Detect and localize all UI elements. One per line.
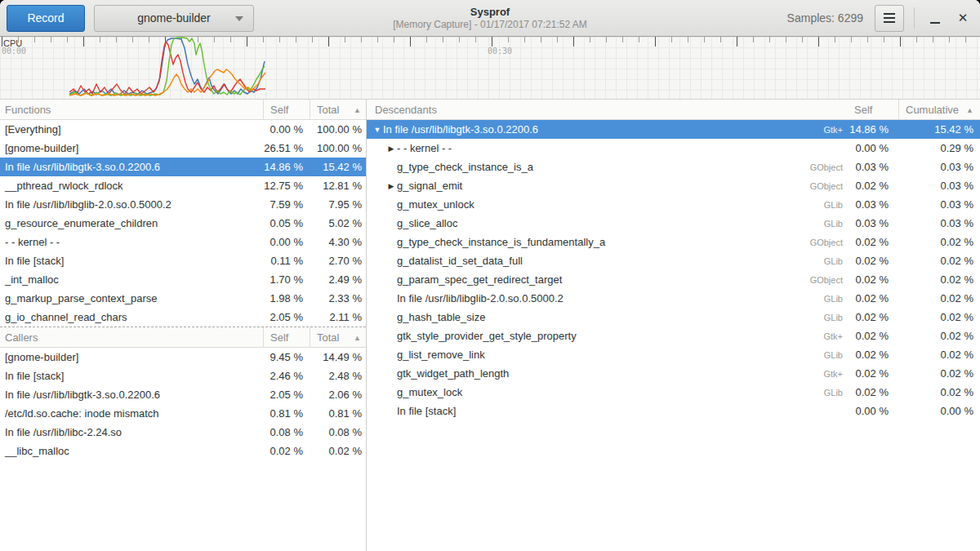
descendant-name: g_datalist_id_set_data_full: [397, 255, 523, 267]
function-row[interactable]: _int_malloc1.70 %2.49 %: [0, 270, 366, 289]
descendant-row[interactable]: ▶g_signal_emitGObject0.02 %0.03 %: [367, 176, 980, 195]
total-percent: 14.49 %: [310, 351, 366, 363]
descendants-table: Descendants Self Cumulative ▲ ▼In file /…: [367, 100, 980, 420]
descendants-column-header[interactable]: Descendants: [367, 100, 849, 120]
descendant-row[interactable]: ▶- - kernel - -0.00 %0.29 %: [367, 139, 980, 158]
function-row[interactable]: - - kernel - -0.00 %4.30 %: [0, 233, 366, 251]
self-percent: 0.02 %: [849, 367, 898, 380]
self-percent: 0.81 %: [263, 407, 310, 420]
cumulative-column-label: Cumulative: [906, 104, 959, 116]
descendant-row[interactable]: In file [stack]0.00 %0.00 %: [367, 402, 980, 420]
function-row[interactable]: g_markup_parse_context_parse1.98 %2.33 %: [0, 289, 366, 308]
minimize-button[interactable]: [924, 5, 946, 32]
header-separator: [914, 7, 915, 29]
descendant-name: - - kernel - -: [397, 142, 452, 154]
descendant-row[interactable]: g_hash_table_sizeGLib0.02 %0.02 %: [367, 308, 980, 327]
total-percent: 0.81 %: [310, 407, 366, 420]
self-percent: 0.02 %: [849, 292, 898, 304]
caller-row[interactable]: [gnome-builder]9.45 %14.49 %: [0, 348, 366, 367]
caller-row[interactable]: In file /usr/lib/libgtk-3.so.0.2200.62.0…: [0, 385, 366, 404]
library-tag: Gtk+: [823, 369, 849, 379]
function-row[interactable]: [gnome-builder]26.51 %100.00 %: [0, 139, 366, 158]
record-button[interactable]: Record: [7, 5, 85, 32]
function-row[interactable]: __pthread_rwlock_rdlock12.75 %12.81 %: [0, 176, 366, 195]
library-tag: GLib: [824, 219, 849, 229]
descendants-self-column-header[interactable]: Self: [849, 100, 898, 120]
cumulative-percent: 0.02 %: [898, 255, 980, 267]
library-tag: GObject: [810, 181, 849, 191]
callers-column-header[interactable]: Callers: [0, 327, 263, 348]
descendants-cumulative-column-header[interactable]: Cumulative ▲: [898, 100, 980, 120]
close-button[interactable]: ✕: [952, 5, 973, 32]
callers-total-column-header[interactable]: Total ▲: [310, 327, 366, 348]
caller-row[interactable]: In file /usr/lib/libc-2.24.so0.08 %0.08 …: [0, 423, 366, 442]
descendant-row[interactable]: g_mutex_unlockGLib0.03 %0.03 %: [367, 195, 980, 214]
descendant-row[interactable]: In file /usr/lib/libglib-2.0.so.0.5000.2…: [367, 289, 980, 308]
descendant-row[interactable]: g_slice_allocGLib0.03 %0.03 %: [367, 214, 980, 233]
descendant-row[interactable]: gtk_widget_path_lengthGtk+0.02 %0.02 %: [367, 364, 980, 383]
descendant-row[interactable]: gtk_style_provider_get_style_propertyGtk…: [367, 327, 980, 345]
expander-expanded-icon[interactable]: ▼: [372, 126, 383, 134]
self-percent: 0.11 %: [263, 255, 310, 267]
descendant-name: g_slice_alloc: [397, 217, 457, 229]
left-pane-empty-space: [0, 460, 366, 551]
function-row[interactable]: In file /usr/lib/libgtk-3.so.0.2200.614.…: [0, 158, 366, 176]
self-percent: 0.00 %: [849, 142, 898, 154]
library-tag: GLib: [824, 350, 849, 360]
cumulative-percent: 0.03 %: [898, 217, 980, 229]
descendant-name: In file /usr/lib/libglib-2.0.so.0.5000.2: [397, 292, 564, 304]
self-percent: 14.86 %: [849, 123, 898, 136]
self-percent: 9.45 %: [263, 351, 310, 363]
caller-row[interactable]: /etc/ld.so.cache: inode mismatch0.81 %0.…: [0, 404, 366, 423]
samples-count-label: Samples: 6299: [787, 11, 863, 24]
self-percent: 2.46 %: [263, 370, 310, 382]
functions-table-header: Functions Self Total ▲: [0, 100, 366, 120]
expander-collapsed-icon[interactable]: ▶: [385, 144, 397, 153]
callers-table-header: Callers Self Total ▲: [0, 327, 366, 348]
function-name: g_resource_enumerate_children: [0, 217, 263, 229]
cpu-timeline-chart[interactable]: CPU 00:00 00:30: [0, 37, 980, 100]
descendant-name-cell: g_hash_table_sizeGLib: [367, 311, 849, 323]
function-row[interactable]: g_resource_enumerate_children0.05 %5.02 …: [0, 214, 366, 233]
function-name: [gnome-builder]: [0, 142, 263, 154]
caller-row[interactable]: __libc_malloc0.02 %0.02 %: [0, 442, 366, 460]
function-row[interactable]: In file /usr/lib/libglib-2.0.so.0.5000.2…: [0, 195, 366, 214]
self-percent: 0.02 %: [849, 311, 898, 323]
descendants-rows: ▼In file /usr/lib/libgtk-3.so.0.2200.6Gt…: [367, 120, 980, 420]
descendant-name-cell: g_type_check_instance_is_aGObject: [367, 161, 849, 173]
cumulative-percent: 0.00 %: [898, 405, 980, 417]
library-tag: GLib: [824, 200, 849, 210]
functions-rows: [Everything]0.00 %100.00 %[gnome-builder…: [0, 120, 366, 327]
descendant-row[interactable]: ▼In file /usr/lib/libgtk-3.so.0.2200.6Gt…: [367, 120, 980, 139]
menu-button[interactable]: [875, 5, 904, 32]
total-percent: 2.49 %: [310, 273, 366, 286]
cumulative-percent: 0.03 %: [898, 198, 980, 211]
descendant-row[interactable]: g_list_remove_linkGLib0.02 %0.02 %: [367, 345, 980, 364]
function-row[interactable]: [Everything]0.00 %100.00 %: [0, 120, 366, 139]
descendant-row[interactable]: g_param_spec_get_redirect_targetGObject0…: [367, 270, 980, 289]
descendant-row[interactable]: g_type_check_instance_is_aGObject0.03 %0…: [367, 158, 980, 176]
window-subtitle: [Memory Capture] - 01/17/2017 07:21:52 A…: [393, 19, 586, 31]
functions-total-column-header[interactable]: Total ▲: [310, 100, 366, 120]
function-row[interactable]: In file [stack]0.11 %2.70 %: [0, 251, 366, 270]
functions-column-header[interactable]: Functions: [0, 100, 263, 120]
descendant-row[interactable]: g_datalist_id_set_data_fullGLib0.02 %0.0…: [367, 251, 980, 270]
descendant-row[interactable]: g_mutex_lockGLib0.02 %0.02 %: [367, 383, 980, 402]
total-percent: 4.30 %: [310, 236, 366, 248]
descendant-name: g_param_spec_get_redirect_target: [397, 273, 562, 286]
self-percent: 0.03 %: [849, 198, 898, 211]
descendant-row[interactable]: g_type_check_instance_is_fundamentally_a…: [367, 233, 980, 251]
functions-self-column-header[interactable]: Self: [263, 100, 310, 120]
descendant-name: gtk_style_provider_get_style_property: [397, 330, 577, 342]
caller-row[interactable]: In file [stack]2.46 %2.48 %: [0, 367, 366, 385]
callers-self-column-header[interactable]: Self: [263, 327, 310, 348]
expander-collapsed-icon[interactable]: ▶: [385, 182, 397, 190]
header-bar: Record gnome-builder Sysprof [Memory Cap…: [0, 0, 980, 37]
cumulative-percent: 0.02 %: [898, 292, 980, 304]
callers-table: Callers Self Total ▲ [gnome-builder]9.45…: [0, 327, 366, 460]
total-percent: 2.11 %: [310, 311, 366, 323]
process-selector-dropdown[interactable]: gnome-builder: [94, 5, 254, 32]
minimize-icon: [930, 22, 940, 24]
callers-rows: [gnome-builder]9.45 %14.49 %In file [sta…: [0, 348, 366, 460]
function-row[interactable]: g_io_channel_read_chars2.05 %2.11 %: [0, 308, 366, 327]
